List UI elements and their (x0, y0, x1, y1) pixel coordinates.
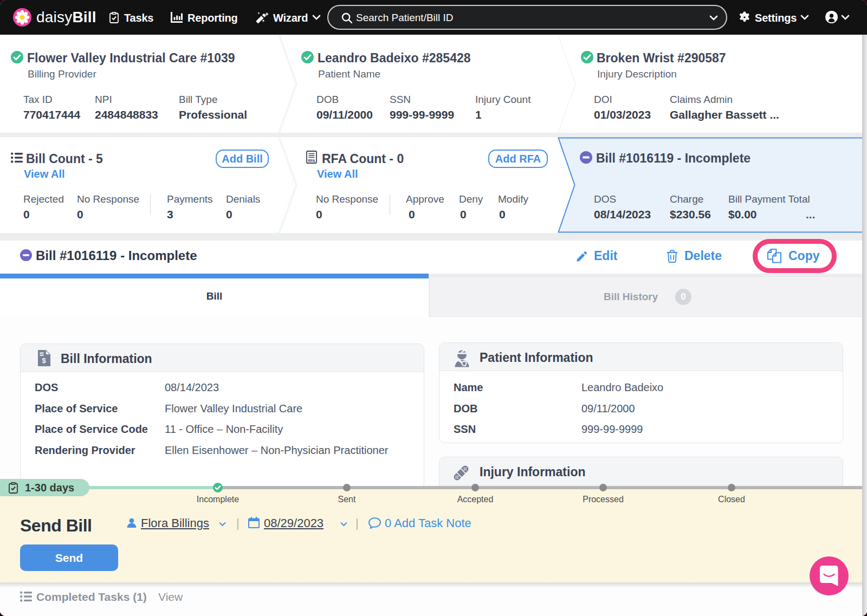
svg-text:RFA: RFA (308, 159, 315, 163)
svg-text:$: $ (42, 356, 46, 365)
